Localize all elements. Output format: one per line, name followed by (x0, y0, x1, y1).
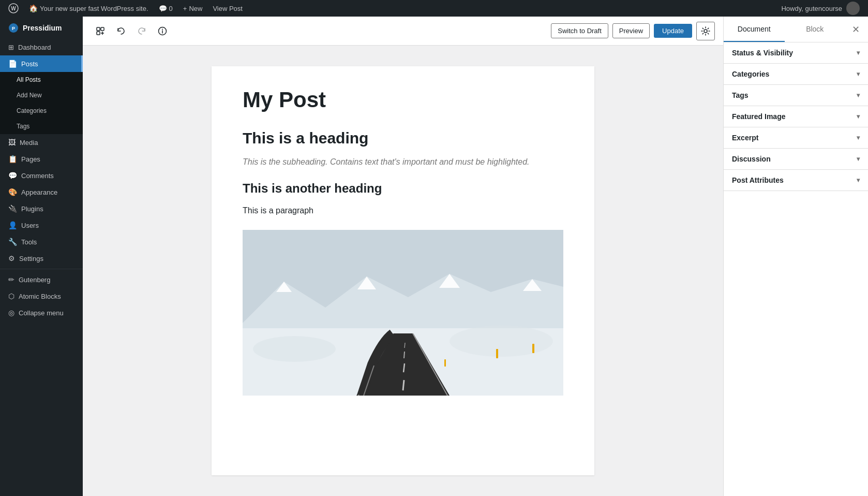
sidebar-item-add-new[interactable]: Add New (0, 87, 83, 103)
comments-link[interactable]: 💬 0 (155, 0, 177, 17)
discussion-label: Discussion (732, 155, 771, 163)
switch-to-draft-button[interactable]: Switch to Draft (551, 23, 608, 38)
settings-button[interactable] (696, 22, 715, 40)
plugins-icon: 🔌 (8, 205, 17, 213)
admin-bar: W 🏠 Your new super fast WordPress site. … (0, 0, 868, 17)
view-post-link[interactable]: View Post (208, 0, 247, 17)
admin-bar-right: Howdy, gutencourse (781, 2, 864, 15)
posts-icon: 📄 (8, 60, 17, 68)
right-panel: Document Block ✕ Status & Visibility ▾ C… (723, 17, 868, 496)
toolbar-left (91, 22, 547, 40)
sidebar-label-pages: Pages (21, 155, 40, 163)
main-layout: P Pressidium ⊞ Dashboard 📄 Posts All Pos… (0, 17, 868, 496)
info-button[interactable] (153, 22, 172, 40)
sidebar-label-users: Users (21, 222, 39, 229)
post-attributes-header[interactable]: Post Attributes ▾ (724, 170, 868, 191)
close-panel-button[interactable]: ✕ (845, 19, 866, 40)
discussion-header[interactable]: Discussion ▾ (724, 149, 868, 169)
post-image (243, 230, 563, 396)
toolbar-right: Switch to Draft Preview Update (551, 22, 715, 40)
sidebar-item-dashboard[interactable]: ⊞ Dashboard (0, 39, 83, 55)
sidebar-item-comments[interactable]: 💬 Comments (0, 167, 83, 184)
featured-image-header[interactable]: Featured Image ▾ (724, 106, 868, 127)
categories-header[interactable]: Categories ▾ (724, 64, 868, 84)
tab-document[interactable]: Document (724, 17, 785, 42)
sidebar: P Pressidium ⊞ Dashboard 📄 Posts All Pos… (0, 17, 83, 496)
site-name-link[interactable]: 🏠 Your new super fast WordPress site. (25, 0, 153, 17)
howdy-text: Howdy, gutencourse (781, 5, 842, 12)
new-link[interactable]: + New (179, 0, 207, 17)
svg-text:W: W (11, 6, 16, 11)
sidebar-item-appearance[interactable]: 🎨 Appearance (0, 184, 83, 200)
tab-block[interactable]: Block (785, 17, 846, 42)
pressidium-logo-icon: P (8, 23, 19, 33)
post-heading-1[interactable]: This is a heading (243, 129, 563, 147)
add-block-button[interactable] (91, 22, 110, 40)
redo-button[interactable] (132, 22, 151, 40)
sidebar-item-pages[interactable]: 📋 Pages (0, 151, 83, 167)
sidebar-label-tools: Tools (21, 238, 37, 246)
excerpt-header[interactable]: Excerpt ▾ (724, 127, 868, 148)
section-status-visibility: Status & Visibility ▾ (724, 42, 868, 64)
comments-icon: 💬 (8, 171, 17, 180)
tags-label: Tags (732, 91, 749, 99)
sidebar-item-categories[interactable]: Categories (0, 103, 83, 119)
redo-icon (137, 26, 146, 36)
status-visibility-chevron: ▾ (857, 49, 860, 56)
sidebar-item-gutenberg[interactable]: ✏ Gutenberg (0, 271, 83, 288)
svg-point-12 (704, 30, 707, 33)
svg-rect-5 (101, 27, 104, 31)
svg-point-11 (162, 28, 163, 30)
gutenberg-icon: ✏ (8, 275, 14, 284)
preview-button[interactable]: Preview (612, 23, 650, 38)
sidebar-label-dashboard: Dashboard (18, 43, 51, 51)
comment-icon: 💬 (159, 5, 167, 12)
sidebar-item-plugins[interactable]: 🔌 Plugins (0, 200, 83, 217)
sidebar-item-tools[interactable]: 🔧 Tools (0, 234, 83, 250)
post-title[interactable]: My Post (243, 87, 563, 113)
sidebar-item-tags[interactable]: Tags (0, 119, 83, 134)
sidebar-label-gutenberg: Gutenberg (19, 276, 50, 284)
tags-chevron: ▾ (857, 92, 860, 99)
excerpt-label: Excerpt (732, 134, 758, 142)
admin-bar-left: W 🏠 Your new super fast WordPress site. … (4, 0, 781, 17)
svg-point-21 (450, 326, 553, 357)
editor-area: Switch to Draft Preview Update My Post T… (83, 17, 723, 496)
sidebar-item-posts[interactable]: 📄 Posts (0, 55, 83, 72)
sidebar-label-media: Media (20, 139, 38, 147)
sidebar-divider (0, 269, 83, 269)
sidebar-item-collapse[interactable]: ◎ Collapse menu (0, 304, 83, 321)
sidebar-item-users[interactable]: 👤 Users (0, 217, 83, 234)
section-tags: Tags ▾ (724, 85, 868, 106)
sidebar-label-tags: Tags (17, 123, 29, 130)
featured-image-chevron: ▾ (857, 113, 860, 120)
info-icon (158, 26, 167, 36)
tools-icon: 🔧 (8, 238, 17, 246)
wp-logo-link[interactable]: W (4, 0, 23, 17)
section-discussion: Discussion ▾ (724, 149, 868, 170)
sidebar-label-appearance: Appearance (21, 188, 57, 196)
undo-button[interactable] (112, 22, 130, 40)
sidebar-label-plugins: Plugins (21, 205, 43, 213)
svg-rect-31 (532, 344, 534, 353)
tags-header[interactable]: Tags ▾ (724, 85, 868, 106)
sidebar-item-settings[interactable]: ⚙ Settings (0, 250, 83, 267)
discussion-chevron: ▾ (857, 155, 860, 163)
post-paragraph[interactable]: This is a paragraph (243, 204, 563, 217)
post-heading-2[interactable]: This is another heading (243, 181, 563, 196)
panel-header: Document Block ✕ (724, 17, 868, 42)
svg-line-25 (404, 352, 405, 358)
featured-image-label: Featured Image (732, 112, 785, 121)
sidebar-item-atomic-blocks[interactable]: ⬡ Atomic Blocks (0, 288, 83, 304)
sidebar-logo[interactable]: P Pressidium (0, 17, 83, 39)
post-subheading[interactable]: This is the subheading. Contains text th… (243, 155, 563, 169)
status-visibility-header[interactable]: Status & Visibility ▾ (724, 42, 868, 63)
post-content[interactable]: My Post This is a heading This is the su… (212, 66, 594, 475)
update-button[interactable]: Update (654, 24, 692, 38)
editor-toolbar: Switch to Draft Preview Update (83, 17, 723, 46)
sidebar-item-media[interactable]: 🖼 Media (0, 134, 83, 151)
sidebar-item-all-posts[interactable]: All Posts (0, 72, 83, 87)
add-block-icon (95, 26, 106, 36)
posts-submenu: All Posts Add New Categories Tags (0, 72, 83, 134)
svg-text:P: P (12, 26, 15, 31)
